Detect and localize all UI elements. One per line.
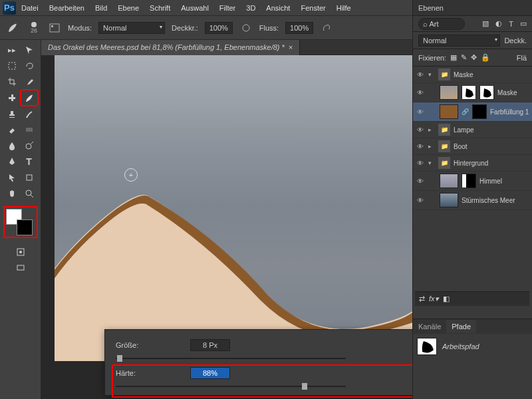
eraser-tool[interactable]	[4, 122, 20, 137]
hand-tool[interactable]	[4, 186, 20, 201]
lock-all-icon[interactable]: 🔒	[481, 53, 490, 62]
eyedropper-tool[interactable]	[21, 74, 37, 89]
marquee-tool[interactable]	[4, 59, 20, 73]
lock-move-icon[interactable]: ✥	[471, 53, 477, 62]
color-swatches[interactable]	[5, 207, 37, 237]
link-icon[interactable]: 🔗	[462, 108, 469, 115]
mask-thumbnail[interactable]	[472, 104, 487, 119]
visibility-icon[interactable]: 👁	[416, 89, 425, 96]
visibility-icon[interactable]: 👁	[416, 178, 425, 185]
menu-bearbeiten[interactable]: Bearbeiten	[44, 1, 90, 15]
background-color[interactable]	[17, 219, 33, 235]
path-item[interactable]: Arbeitspfad	[413, 334, 532, 359]
layer-thumbnail[interactable]	[440, 104, 458, 119]
current-tool-icon[interactable]	[5, 21, 20, 35]
vector-mask-thumbnail[interactable]	[479, 85, 494, 100]
shape-tool[interactable]	[21, 170, 37, 185]
zoom-tool[interactable]	[21, 186, 37, 201]
lasso-tool[interactable]	[21, 59, 37, 73]
layer-row[interactable]: 👁Maske	[413, 83, 532, 102]
link-layers-icon[interactable]: ⇄	[419, 295, 425, 303]
flyout-icon[interactable]: ▸▸	[4, 43, 20, 57]
blur-tool[interactable]	[4, 138, 20, 153]
layer-group[interactable]: 👁▸📁Lampe	[413, 122, 532, 138]
mask-icon-footer[interactable]: ◧	[443, 295, 450, 303]
menu-hilfe[interactable]: Hilfe	[331, 1, 356, 15]
size-value[interactable]: 8 Px	[190, 339, 230, 351]
size-slider[interactable]	[116, 355, 412, 362]
visibility-icon[interactable]: 👁	[416, 71, 425, 78]
mask-thumbnail[interactable]	[462, 174, 476, 188]
filter-shape-icon[interactable]: ▭	[520, 19, 527, 28]
healing-tool[interactable]	[4, 90, 20, 105]
canvas-area[interactable]: + ✲▾ Größe: 8 Px Härte: 88%	[41, 55, 412, 399]
tab-pfade[interactable]: Pfade	[446, 320, 476, 333]
layer-group[interactable]: 👁▸📁Boot	[413, 138, 532, 155]
flow-input[interactable]: 100%	[285, 22, 313, 34]
menu-filter[interactable]: Filter	[214, 1, 241, 15]
hardness-slider[interactable]	[116, 383, 412, 390]
quickmask-icon[interactable]	[13, 245, 29, 259]
blend-mode-select[interactable]: Normal	[98, 22, 165, 34]
filter-type-icon[interactable]: T	[509, 20, 513, 28]
layer-filter-search[interactable]: ⌕ Art	[418, 18, 465, 30]
brush-preset-picker[interactable]: 26	[27, 21, 41, 35]
airbrush-icon[interactable]	[320, 21, 333, 35]
pressure-opacity-icon[interactable]	[239, 21, 253, 35]
screenmode-icon[interactable]	[13, 261, 29, 275]
disclosure-icon[interactable]: ▾	[428, 160, 435, 166]
layer-row-active[interactable]: 👁🔗Farbfüllung 1	[413, 102, 532, 122]
svg-rect-1	[51, 25, 53, 27]
opacity-label: Deckkr.:	[172, 24, 198, 32]
visibility-icon[interactable]: 👁	[416, 108, 425, 116]
type-tool[interactable]: T	[21, 154, 37, 169]
menu-datei[interactable]: Datei	[16, 1, 44, 15]
close-icon[interactable]: ×	[289, 43, 293, 51]
menu-ansicht[interactable]: Ansicht	[261, 1, 295, 15]
fx-icon[interactable]: fx▾	[429, 295, 439, 303]
document-tab[interactable]: Das Orakel des Meeres.psd bei 81,8% (Far…	[41, 40, 300, 55]
menu-ebene[interactable]: Ebene	[112, 1, 144, 15]
menu-3d[interactable]: 3D	[241, 1, 261, 15]
opacity-input[interactable]: 100%	[205, 22, 233, 34]
filter-image-icon[interactable]: ▧	[482, 19, 489, 28]
visibility-icon[interactable]: 👁	[416, 143, 425, 150]
visibility-icon[interactable]: 👁	[416, 126, 425, 134]
menu-bild[interactable]: Bild	[90, 1, 112, 15]
menu-fenster[interactable]: Fenster	[295, 1, 331, 15]
layer-thumbnail[interactable]	[440, 174, 458, 188]
layer-group[interactable]: 👁▾📁Maske	[413, 66, 532, 83]
layer-row[interactable]: 👁Stürmisches Meer	[413, 191, 532, 210]
hardness-value[interactable]: 88%	[190, 367, 230, 379]
layer-thumbnail[interactable]	[440, 85, 458, 100]
lock-paint-icon[interactable]: ✎	[461, 53, 467, 62]
path-select-tool[interactable]	[4, 170, 20, 185]
layer-group[interactable]: 👁▾📁Hintergrund	[413, 155, 532, 172]
layer-blend-mode-select[interactable]: Normal	[418, 35, 500, 47]
disclosure-icon[interactable]: ▸	[428, 143, 435, 150]
disclosure-icon[interactable]: ▾	[428, 71, 435, 78]
stamp-tool[interactable]	[4, 106, 20, 121]
disclosure-icon[interactable]: ▸	[428, 126, 435, 133]
layer-thumbnail[interactable]	[440, 193, 458, 207]
visibility-icon[interactable]: 👁	[416, 160, 425, 167]
menu-auswahl[interactable]: Auswahl	[176, 1, 214, 15]
brush-panel-toggle-icon[interactable]	[48, 21, 61, 35]
layers-tree: 👁▾📁Maske 👁Maske 👁🔗Farbfüllung 1 👁▸📁Lampe…	[413, 66, 532, 210]
tab-kanaele[interactable]: Kanäle	[413, 320, 446, 333]
crop-tool[interactable]	[4, 74, 20, 89]
menu-schrift[interactable]: Schrift	[144, 1, 176, 15]
lock-pixels-icon[interactable]: ▦	[450, 53, 457, 62]
filter-adjust-icon[interactable]: ◐	[495, 19, 502, 28]
dodge-tool[interactable]	[21, 138, 37, 153]
visibility-icon[interactable]: 👁	[416, 197, 425, 204]
history-brush-tool[interactable]	[21, 106, 37, 121]
layer-row[interactable]: 👁Himmel	[413, 172, 532, 191]
mask-thumbnail[interactable]	[462, 85, 476, 100]
move-tool[interactable]	[21, 43, 37, 57]
gradient-tool[interactable]	[21, 122, 37, 137]
layers-panel-header[interactable]: Ebenen	[413, 0, 532, 16]
brush-tool[interactable]	[21, 90, 37, 105]
pen-tool[interactable]	[4, 154, 20, 169]
svg-rect-8	[27, 175, 32, 180]
